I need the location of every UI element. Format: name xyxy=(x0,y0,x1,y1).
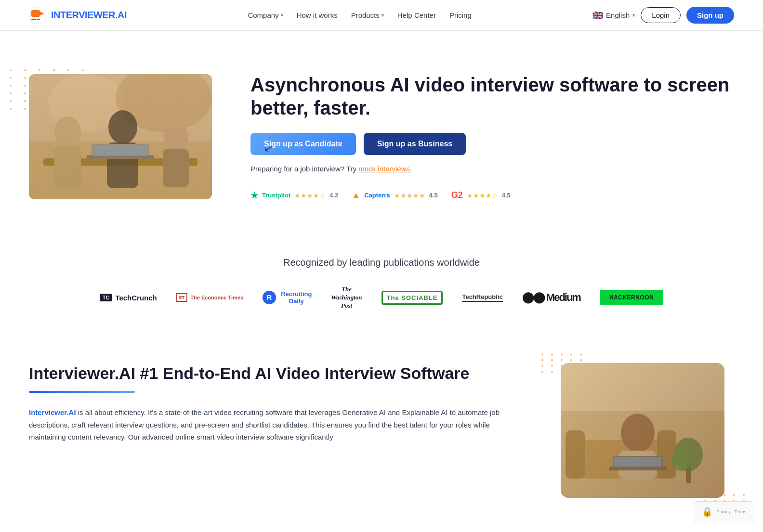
logo-text: INTERVIEWER.AI xyxy=(51,10,127,21)
svg-rect-16 xyxy=(163,149,189,187)
hackernoon-logo: HACKERNOON xyxy=(600,290,663,305)
hero-section: ↙ ⌒ Asynchronous AI video interview soft… xyxy=(0,31,763,233)
recaptcha-widget: 🔒 Privacy - Terms xyxy=(695,501,753,522)
title-underline xyxy=(29,391,135,393)
trustpilot-icon: ★ xyxy=(250,190,258,201)
brand-name: Interviewer.AI xyxy=(29,408,76,416)
svg-rect-27 xyxy=(609,467,667,470)
language-selector[interactable]: 🇬🇧 English ▾ xyxy=(592,10,635,21)
nav-pricing[interactable]: Pricing xyxy=(449,11,472,19)
nav-company[interactable]: Company ▾ xyxy=(248,11,283,19)
login-button[interactable]: Login xyxy=(641,7,681,23)
svg-rect-30 xyxy=(686,459,691,483)
sociable-logo: The SOCIABLE xyxy=(382,291,443,305)
annotation-curve: ⌒ xyxy=(267,135,275,144)
svg-rect-2 xyxy=(31,10,40,17)
svg-rect-14 xyxy=(107,143,138,188)
recruiting-daily-logo: R RecruitingDaily xyxy=(263,290,312,305)
capterra-icon: ▲ xyxy=(352,190,360,200)
hero-buttons: Sign up as Candidate Sign up as Business xyxy=(250,133,734,155)
publications-logos: TC TechCrunch ET The Economic Times R Re… xyxy=(29,285,734,310)
g2-icon: G2 xyxy=(451,190,463,200)
recaptcha-text: Privacy - Terms xyxy=(716,509,746,514)
chevron-down-icon: ▾ xyxy=(382,13,384,18)
hero-sub-text: Preparing for a job interview? Try xyxy=(250,165,356,173)
logo[interactable]: INTERVIEWER.AI xyxy=(29,6,127,25)
language-label: English xyxy=(606,11,630,19)
svg-rect-29 xyxy=(614,457,661,467)
publications-title: Recognized by leading publications world… xyxy=(29,257,734,268)
svg-point-9 xyxy=(116,74,212,132)
logo-icon xyxy=(29,6,47,25)
svg-rect-24 xyxy=(657,430,676,479)
logo-suffix: .AI xyxy=(115,10,127,20)
nav-help-center[interactable]: Help Center xyxy=(397,11,436,19)
nav-products[interactable]: Products ▾ xyxy=(351,11,384,19)
recaptcha-icon: 🔒 xyxy=(702,506,712,517)
hero-subtext: Preparing for a job interview? Try mock … xyxy=(250,165,734,173)
svg-rect-23 xyxy=(566,430,585,479)
hero-photo-placeholder xyxy=(29,74,212,199)
svg-rect-26 xyxy=(618,451,657,480)
hero-image xyxy=(29,74,222,199)
hero-title: Asynchronous AI video interview software… xyxy=(250,73,734,119)
washington-post-logo: TheWashingtonPost xyxy=(331,285,362,310)
svg-rect-18 xyxy=(92,144,149,156)
svg-rect-17 xyxy=(87,155,154,159)
trustpilot-rating: ★ Trustpilot ★★★★☆ 4.2 xyxy=(250,190,338,201)
capterra-label: Capterra xyxy=(364,192,390,199)
svg-point-32 xyxy=(671,447,691,471)
svg-rect-12 xyxy=(54,145,81,189)
svg-point-25 xyxy=(621,414,655,452)
about-title: Interviewer.AI #1 End-to-End AI Video In… xyxy=(29,363,522,384)
hero-photo-svg xyxy=(29,74,212,199)
svg-rect-6 xyxy=(29,74,212,199)
navbar: INTERVIEWER.AI Company ▾ How it works Pr… xyxy=(0,0,763,31)
about-section: Interviewer.AI #1 End-to-End AI Video In… xyxy=(0,334,763,527)
economic-times-logo: ET The Economic Times xyxy=(176,293,243,302)
svg-rect-19 xyxy=(93,145,148,155)
signup-button[interactable]: Sign up xyxy=(686,7,734,24)
hero-content: Asynchronous AI video interview software… xyxy=(250,73,734,201)
about-photo xyxy=(561,363,724,498)
medium-logo: ⬤⬤ Medium xyxy=(522,291,580,304)
trustpilot-label: Trustpilot xyxy=(262,192,290,199)
chevron-down-icon: ▾ xyxy=(632,13,635,18)
svg-rect-5 xyxy=(37,19,40,20)
publications-section: Recognized by leading publications world… xyxy=(0,233,763,334)
g2-rating: G2 ★★★★☆ 4.5 xyxy=(451,190,511,200)
tech-republic-logo: TechRepublic xyxy=(462,293,502,302)
flag-icon: 🇬🇧 xyxy=(592,10,603,21)
about-body: Interviewer.AI is all about efficiency. … xyxy=(29,406,522,443)
techcrunch-logo: TC TechCrunch xyxy=(100,294,157,302)
svg-rect-20 xyxy=(561,363,724,498)
capterra-rating: ▲ Capterra ★★★★★ 4.5 xyxy=(352,190,437,200)
svg-rect-10 xyxy=(43,158,197,166)
svg-rect-22 xyxy=(575,440,671,479)
svg-rect-4 xyxy=(31,19,36,20)
chevron-down-icon: ▾ xyxy=(281,13,283,18)
svg-point-31 xyxy=(674,438,703,471)
about-body-text: is all about efficiency. It's a state-of… xyxy=(29,408,500,441)
about-photo-svg xyxy=(561,363,724,498)
nav-actions: 🇬🇧 English ▾ Login Sign up xyxy=(592,7,734,24)
about-content: Interviewer.AI #1 End-to-End AI Video In… xyxy=(29,363,522,443)
mock-interviews-link[interactable]: mock interviews. xyxy=(358,165,412,173)
svg-point-13 xyxy=(108,110,137,144)
svg-rect-7 xyxy=(29,74,212,142)
about-image xyxy=(561,363,734,498)
nav-how-it-works[interactable]: How it works xyxy=(297,11,338,19)
signup-business-button[interactable]: Sign up as Business xyxy=(364,133,466,155)
nav-links: Company ▾ How it works Products ▾ Help C… xyxy=(248,11,471,19)
svg-point-15 xyxy=(163,122,188,151)
ratings-row: ★ Trustpilot ★★★★☆ 4.2 ▲ Capterra ★★★★★ … xyxy=(250,190,734,201)
svg-point-11 xyxy=(54,117,81,147)
svg-rect-28 xyxy=(613,456,663,467)
logo-name: INTERVIEWER xyxy=(51,10,115,20)
svg-rect-21 xyxy=(561,411,724,498)
svg-point-8 xyxy=(48,74,125,132)
